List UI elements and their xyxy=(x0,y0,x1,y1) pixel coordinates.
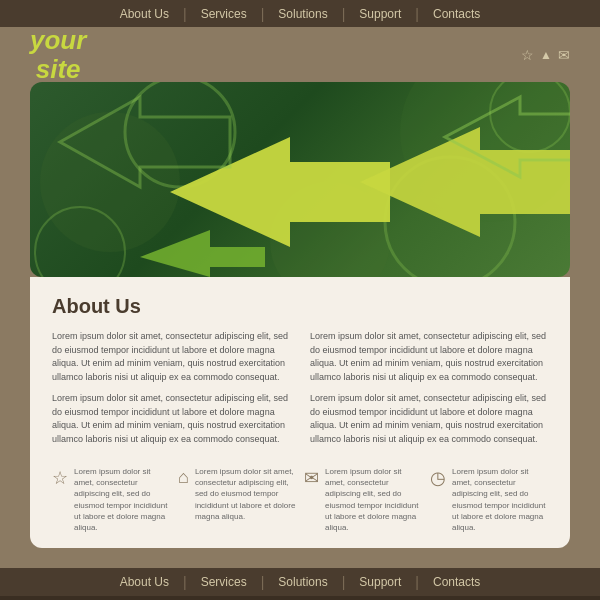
icon-text-3: Lorem ipsum dolor sit amet, consectetur … xyxy=(452,466,548,533)
clock-feature-icon: ◷ xyxy=(430,467,446,489)
site-logo[interactable]: yoursite xyxy=(30,26,86,83)
col2-para1: Lorem ipsum dolor sit amet, consectetur … xyxy=(310,330,548,384)
bottom-nav-support[interactable]: Support xyxy=(345,575,415,589)
main-wrapper: yoursite ☆ ▲ ✉ xyxy=(0,27,600,568)
bottom-nav-about-us[interactable]: About Us xyxy=(106,575,183,589)
icon-text-2: Lorem ipsum dolor sit amet, consectetur … xyxy=(325,466,422,533)
nav-services[interactable]: Services xyxy=(187,7,261,21)
content-col-right: Lorem ipsum dolor sit amet, consectetur … xyxy=(310,330,548,454)
col1-para1: Lorem ipsum dolor sit amet, consectetur … xyxy=(52,330,290,384)
icon-item-1: ⌂ Lorem ipsum dolor sit amet, consectetu… xyxy=(178,466,296,533)
icon-item-2: ✉ Lorem ipsum dolor sit amet, consectetu… xyxy=(304,466,422,533)
content-section: About Us Lorem ipsum dolor sit amet, con… xyxy=(30,277,570,548)
content-col-left: Lorem ipsum dolor sit amet, consectetur … xyxy=(52,330,290,454)
top-navigation: About Us | Services | Solutions | Suppor… xyxy=(0,0,600,27)
user-icon[interactable]: ▲ xyxy=(540,48,552,62)
hero-banner xyxy=(30,82,570,277)
col2-para2: Lorem ipsum dolor sit amet, consectetur … xyxy=(310,392,548,446)
content-columns: Lorem ipsum dolor sit amet, consectetur … xyxy=(52,330,548,454)
nav-about-us[interactable]: About Us xyxy=(106,7,183,21)
bottom-nav-solutions[interactable]: Solutions xyxy=(264,575,341,589)
bottom-nav-contacts[interactable]: Contacts xyxy=(419,575,494,589)
icon-item-0: ☆ Lorem ipsum dolor sit amet, consectetu… xyxy=(52,466,170,533)
site-footer: Copyright © 2010 xyxy=(0,596,600,600)
nav-contacts[interactable]: Contacts xyxy=(419,7,494,21)
star-feature-icon: ☆ xyxy=(52,467,68,489)
email-feature-icon: ✉ xyxy=(304,467,319,489)
icon-text-0: Lorem ipsum dolor sit amet, consectetur … xyxy=(74,466,170,533)
col1-para2: Lorem ipsum dolor sit amet, consectetur … xyxy=(52,392,290,446)
star-icon[interactable]: ☆ xyxy=(521,47,534,63)
header-icons-group: ☆ ▲ ✉ xyxy=(521,47,570,63)
icon-text-1: Lorem ipsum dolor sit amet, consectetur … xyxy=(195,466,296,522)
about-title: About Us xyxy=(52,295,548,318)
home-feature-icon: ⌂ xyxy=(178,467,189,488)
bottom-nav-services[interactable]: Services xyxy=(187,575,261,589)
icon-item-3: ◷ Lorem ipsum dolor sit amet, consectetu… xyxy=(430,466,548,533)
nav-solutions[interactable]: Solutions xyxy=(264,7,341,21)
site-header: yoursite ☆ ▲ ✉ xyxy=(30,27,570,82)
nav-support[interactable]: Support xyxy=(345,7,415,21)
email-icon[interactable]: ✉ xyxy=(558,47,570,63)
icon-row: ☆ Lorem ipsum dolor sit amet, consectetu… xyxy=(52,466,548,533)
bottom-navigation: About Us | Services | Solutions | Suppor… xyxy=(0,568,600,596)
